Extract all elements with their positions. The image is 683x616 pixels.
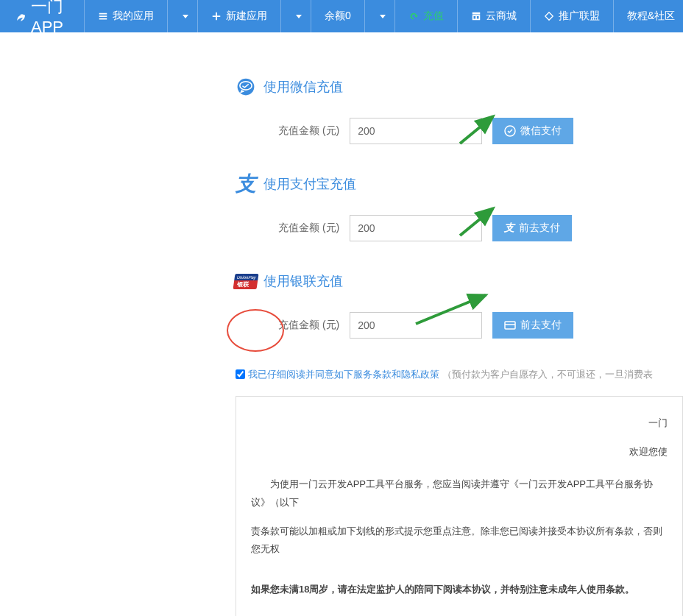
chevron-down-icon [296,15,302,18]
nav-recharge[interactable]: 充值 [394,0,457,32]
nav-affiliate[interactable]: 推广联盟 [530,0,613,32]
terms-box: 一门 欢迎您使 为使用一门云开发APP工具平台服务，您应当阅读并遵守《一门云开发… [236,396,683,616]
wechat-icon [236,77,256,97]
agree-note: （预付款为客户自愿存入，不可退还，一旦消费表 [442,368,653,381]
unionpay-form-row: 充值金额 (元) 前去支付 [278,312,683,339]
alipay-icon: 支 [236,174,256,194]
wechat-form-row: 充值金额 (元) 微信支付 [278,118,683,144]
nav-label: 充值 [423,10,444,23]
unionpay-amount-input[interactable] [350,312,482,339]
alipay-pay-label: 前去支付 [519,222,560,235]
unionpay-pay-label: 前去支付 [520,319,562,332]
nav-label: 新建应用 [226,10,267,23]
leaf-icon [15,7,26,26]
unionpay-icon: UnionPay 银联 [236,271,256,291]
wechat-amount-input[interactable] [350,118,482,144]
chevron-down-icon [183,15,188,18]
wechat-amount-label: 充值金额 (元) [278,124,339,138]
nav-cloud-store[interactable]: 云商城 [457,0,530,32]
terms-title: 一门 [251,414,668,433]
list-icon [98,11,108,21]
agree-terms-row: 我已仔细阅读并同意如下服务条款和隐私政策 （预付款为客户自愿存入，不可退还，一旦… [236,368,683,381]
alipay-pay-icon: 支 [504,222,514,235]
alipay-pay-button[interactable]: 支 前去支付 [492,215,572,241]
plus-icon [211,11,222,21]
nav-new-app-dropdown[interactable] [280,0,311,32]
agree-terms-link[interactable]: 我已仔细阅读并同意如下服务条款和隐私政策 [248,368,439,381]
terms-para-2: 责条款可能以加粗或加下划线的形式提示您重点注意。除非您已阅读并接受本协议所有条款… [251,523,668,559]
unionpay-amount-label: 充值金额 (元) [278,319,339,332]
refresh-icon [408,11,419,21]
nav-balance-dropdown[interactable] [364,0,394,32]
nav-new-app[interactable]: 新建应用 [197,0,280,32]
brand[interactable]: 一门APP [0,0,84,32]
diamond-icon [544,11,554,21]
nav-label: 推广联盟 [559,10,600,23]
chevron-down-icon [380,15,386,18]
nav-my-apps-dropdown[interactable] [167,0,197,32]
nav-community[interactable]: 教程&社区 [613,0,683,32]
terms-welcome: 欢迎您使 [251,443,668,461]
nav-label: 教程&社区 [627,10,675,23]
unionpay-pay-button[interactable]: 前去支付 [492,312,573,339]
nav-label: 余额0 [325,10,351,23]
unionpay-heading: 使用银联充值 [263,272,343,290]
store-icon [471,11,481,21]
nav-label: 我的应用 [113,10,154,23]
wechat-pay-icon [504,125,516,137]
wechat-pay-label: 微信支付 [520,124,562,138]
brand-text: 一门APP [31,0,71,37]
nav-balance[interactable]: 余额0 [311,0,364,32]
terms-minor-notice: 如果您未满18周岁，请在法定监护人的陪同下阅读本协议，并特别注意未成年人使用条款… [251,581,668,599]
agree-checkbox[interactable] [236,369,245,379]
svg-rect-3 [505,322,515,329]
alipay-form-row: 充值金额 (元) 支 前去支付 [278,215,683,241]
alipay-amount-label: 充值金额 (元) [278,222,339,235]
alipay-amount-input[interactable] [350,215,482,241]
alipay-heading: 使用支付宝充值 [263,175,356,193]
nav-my-apps[interactable]: 我的应用 [84,0,167,32]
wechat-pay-button[interactable]: 微信支付 [492,118,573,144]
nav-label: 云商城 [486,10,517,23]
wechat-section-header: 使用微信充值 [236,77,683,97]
terms-para-1: 为使用一门云开发APP工具平台服务，您应当阅读并遵守《一门云开发APP工具平台服… [251,475,668,511]
top-navbar: 一门APP 我的应用 新建应用 余额0 充值 云商城 推广联盟 教程&社区 [0,0,683,32]
unionpay-section-header: UnionPay 银联 使用银联充值 [236,271,683,291]
main-content: 使用微信充值 充值金额 (元) 微信支付 支 使用支付宝充值 充值金额 (元) … [0,32,683,616]
card-icon [504,319,516,331]
wechat-heading: 使用微信充值 [263,78,343,96]
alipay-section-header: 支 使用支付宝充值 [236,174,683,194]
